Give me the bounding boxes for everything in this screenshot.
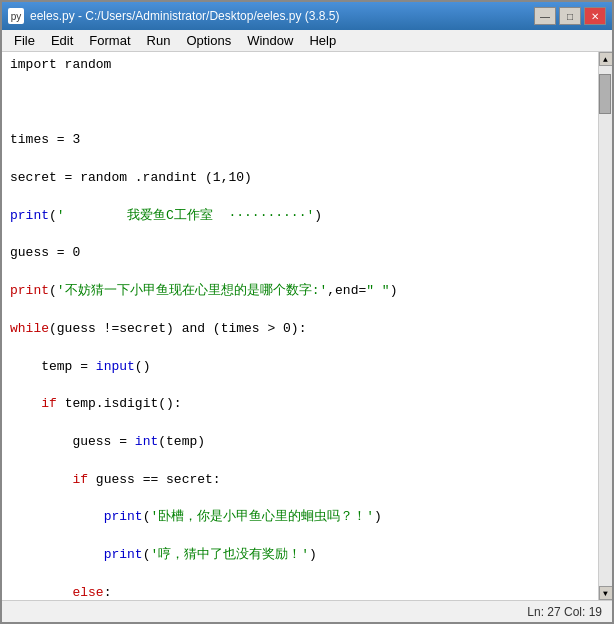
window-title: eeles.py - C:/Users/Administrator/Deskto… bbox=[30, 9, 339, 23]
scrollbar-vertical[interactable]: ▲ ▼ bbox=[598, 52, 612, 600]
app-icon: py bbox=[8, 8, 24, 24]
menu-bar: File Edit Format Run Options Window Help bbox=[2, 30, 612, 52]
scroll-down-arrow[interactable]: ▼ bbox=[599, 586, 613, 600]
menu-window[interactable]: Window bbox=[239, 31, 301, 50]
menu-file[interactable]: File bbox=[6, 31, 43, 50]
title-bar-left: py eeles.py - C:/Users/Administrator/Des… bbox=[8, 8, 339, 24]
menu-options[interactable]: Options bbox=[178, 31, 239, 50]
title-bar: py eeles.py - C:/Users/Administrator/Des… bbox=[2, 2, 612, 30]
menu-format[interactable]: Format bbox=[81, 31, 138, 50]
menu-help[interactable]: Help bbox=[301, 31, 344, 50]
scroll-thumb[interactable] bbox=[599, 74, 611, 114]
status-bar: Ln: 27 Col: 19 bbox=[2, 600, 612, 622]
scroll-up-arrow[interactable]: ▲ bbox=[599, 52, 613, 66]
code-editor[interactable]: import random times = 3 secret = random … bbox=[2, 52, 598, 600]
main-window: py eeles.py - C:/Users/Administrator/Des… bbox=[0, 0, 614, 624]
menu-run[interactable]: Run bbox=[139, 31, 179, 50]
window-controls: — □ ✕ bbox=[534, 7, 606, 25]
editor-area: import random times = 3 secret = random … bbox=[2, 52, 612, 600]
menu-edit[interactable]: Edit bbox=[43, 31, 81, 50]
cursor-position: Ln: 27 Col: 19 bbox=[527, 605, 602, 619]
minimize-button[interactable]: — bbox=[534, 7, 556, 25]
maximize-button[interactable]: □ bbox=[559, 7, 581, 25]
close-button[interactable]: ✕ bbox=[584, 7, 606, 25]
scroll-track[interactable] bbox=[599, 66, 612, 586]
